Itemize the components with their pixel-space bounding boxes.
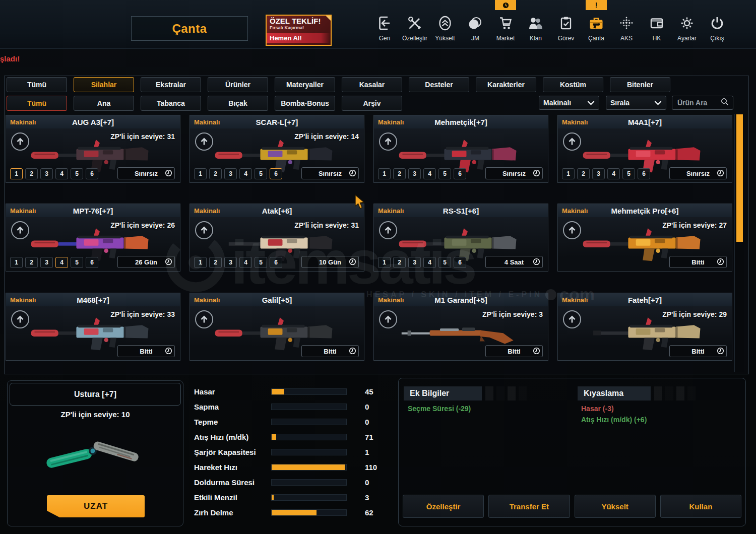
weapon-card-m1-garand-5[interactable]: Makinalı M1 Garand[+5] ZP'li için seviye… [373, 293, 548, 361]
slot-button-3[interactable]: 3 [40, 168, 53, 179]
slot-button-6[interactable]: 6 [270, 257, 282, 268]
nav-item-canta[interactable]: ! Çanta [581, 0, 611, 48]
slot-button-6[interactable]: 6 [454, 168, 466, 179]
slot-button-2[interactable]: 2 [393, 168, 406, 179]
upgrade-arrow-icon[interactable] [195, 221, 213, 239]
upgrade-arrow-icon[interactable] [379, 132, 397, 151]
slot-button-1[interactable]: 1 [562, 168, 575, 179]
slot-button-4[interactable]: 4 [239, 257, 252, 268]
upgrade-arrow-icon[interactable] [563, 132, 581, 151]
upgrade-arrow-icon[interactable] [563, 310, 581, 328]
slot-button-4[interactable]: 4 [607, 168, 620, 179]
weapon-card-mehmetcik-pro-6[interactable]: Makinalı Mehmetçik Pro[+6] ZP'li için se… [557, 204, 732, 272]
weapon-card-scar-l-7[interactable]: Makinalı SCAR-L[+7] ZP'li için seviye: 1… [190, 115, 364, 183]
tab-desteler[interactable]: Desteler [409, 77, 469, 92]
transfer-et-button[interactable]: Transfer Et [488, 495, 570, 518]
slot-button-5[interactable]: 5 [255, 168, 267, 179]
slot-button-5[interactable]: 5 [438, 257, 451, 268]
slot-button-5[interactable]: 5 [438, 168, 451, 179]
tab-bitenler[interactable]: Bitenler [610, 77, 670, 92]
upgrade-arrow-icon[interactable] [11, 310, 29, 328]
upgrade-arrow-icon[interactable] [563, 221, 581, 239]
slot-button-3[interactable]: 3 [224, 257, 237, 268]
slot-button-3[interactable]: 3 [592, 168, 605, 179]
nav-item-aks[interactable]: AKS [611, 0, 642, 48]
subtab-tumu[interactable]: Tümü [7, 96, 67, 111]
slot-button-5[interactable]: 5 [255, 257, 267, 268]
tab-kasalar[interactable]: Kasalar [342, 77, 402, 92]
nav-item-klan[interactable]: Klan [521, 0, 551, 48]
slot-button-4[interactable]: 4 [239, 168, 252, 179]
upgrade-arrow-icon[interactable] [11, 132, 29, 151]
kullan-button[interactable]: Kullan [660, 495, 741, 518]
tab-ekstralar[interactable]: Ekstralar [141, 77, 201, 92]
nav-item-gorev[interactable]: Görev [551, 0, 581, 48]
nav-item-geri[interactable]: Geri [369, 0, 400, 48]
weapon-card-fateh-7[interactable]: Makinalı Fateh[+7] ZP'li için seviye: 29… [557, 293, 732, 361]
slot-button-5[interactable]: 5 [622, 168, 635, 179]
category-dropdown[interactable]: Makinalı [539, 96, 599, 110]
tab-tumu[interactable]: Tümü [7, 77, 67, 92]
slot-button-2[interactable]: 2 [577, 168, 590, 179]
slot-button-3[interactable]: 3 [408, 257, 421, 268]
slot-button-2[interactable]: 2 [209, 168, 222, 179]
slot-button-6[interactable]: 6 [86, 168, 98, 179]
slot-button-1[interactable]: 1 [194, 168, 207, 179]
slot-button-2[interactable]: 2 [25, 168, 38, 179]
scrollbar-track[interactable] [734, 114, 744, 372]
slot-button-5[interactable]: 5 [71, 168, 83, 179]
subtab-bomba-bonus[interactable]: Bomba-Bonus [275, 96, 335, 111]
ozellestir-button[interactable]: Özelleştir [403, 495, 484, 518]
tab-urunler[interactable]: Ürünler [208, 77, 268, 92]
nav-item-yukselt[interactable]: Yükselt [430, 0, 460, 48]
nav-item-hk[interactable]: HK [642, 0, 672, 48]
slot-button-6[interactable]: 6 [638, 168, 650, 179]
upgrade-arrow-icon[interactable] [11, 221, 29, 239]
slot-button-4[interactable]: 4 [423, 257, 436, 268]
extend-button[interactable]: UZAT [47, 495, 145, 517]
slot-button-5[interactable]: 5 [71, 257, 83, 268]
subtab-bicak[interactable]: Bıçak [208, 96, 268, 111]
subtab-tabanca[interactable]: Tabanca [141, 96, 201, 111]
slot-button-2[interactable]: 2 [209, 257, 222, 268]
slot-button-2[interactable]: 2 [25, 257, 38, 268]
weapon-card-galil-5[interactable]: Makinalı Galil[+5] Bitti [190, 293, 364, 361]
upgrade-arrow-icon[interactable] [195, 132, 213, 151]
tab-kostum[interactable]: Kostüm [543, 77, 603, 92]
tab-materyaller[interactable]: Materyaller [275, 77, 335, 92]
scrollbar-thumb[interactable] [736, 114, 743, 242]
slot-button-4[interactable]: 4 [55, 257, 68, 268]
slot-button-2[interactable]: 2 [393, 257, 406, 268]
slot-button-4[interactable]: 4 [55, 168, 68, 179]
weapon-card-mpt-76-7[interactable]: Makinalı MPT-76[+7] ZP'li için seviye: 2… [6, 204, 180, 272]
search-input[interactable] [676, 98, 721, 107]
slot-button-1[interactable]: 1 [378, 168, 391, 179]
weapon-card-atak-6[interactable]: Makinalı Atak[+6] ZP'li için seviye: 31 … [190, 204, 364, 272]
slot-button-1[interactable]: 1 [10, 168, 23, 179]
subtab-arsiv[interactable]: Arşiv [342, 96, 402, 111]
nav-item-jm[interactable]: JM [460, 0, 490, 48]
upgrade-arrow-icon[interactable] [379, 310, 397, 328]
slot-button-3[interactable]: 3 [224, 168, 237, 179]
subtab-ana[interactable]: Ana [74, 96, 134, 111]
slot-button-6[interactable]: 6 [454, 257, 466, 268]
slot-button-6[interactable]: 6 [270, 168, 282, 179]
slot-button-6[interactable]: 6 [86, 257, 98, 268]
nav-item-ozellestir[interactable]: Özelleştir [400, 0, 430, 48]
weapon-card-aug-a3-7[interactable]: Makinalı AUG A3[+7] ZP'li için seviye: 3… [6, 115, 180, 183]
tab-silahlar[interactable]: Silahlar [74, 77, 134, 92]
slot-button-1[interactable]: 1 [194, 257, 207, 268]
slot-button-4[interactable]: 4 [423, 168, 436, 179]
slot-button-3[interactable]: 3 [408, 168, 421, 179]
nav-item-ayarlar[interactable]: Ayarlar [672, 0, 702, 48]
slot-button-1[interactable]: 1 [378, 257, 391, 268]
yukselt-button[interactable]: Yükselt [575, 495, 656, 518]
slot-button-1[interactable]: 1 [10, 257, 23, 268]
upgrade-arrow-icon[interactable] [379, 221, 397, 239]
weapon-card-mehmetcik-7[interactable]: Makinalı Mehmetçik[+7] 123456 Sınırsız [373, 115, 548, 183]
sort-dropdown[interactable]: Sırala [606, 96, 666, 110]
weapon-card-m4a1-7[interactable]: Makinalı M4A1[+7] 123456 Sınırsız [557, 115, 732, 183]
upgrade-arrow-icon[interactable] [195, 310, 213, 328]
weapon-card-m468-7[interactable]: Makinalı M468[+7] ZP'li için seviye: 33 … [6, 293, 180, 361]
special-offer-banner[interactable]: ÖZEL TEKLİF! Fırsatı Kaçırma! Hemen Al! [266, 15, 332, 46]
